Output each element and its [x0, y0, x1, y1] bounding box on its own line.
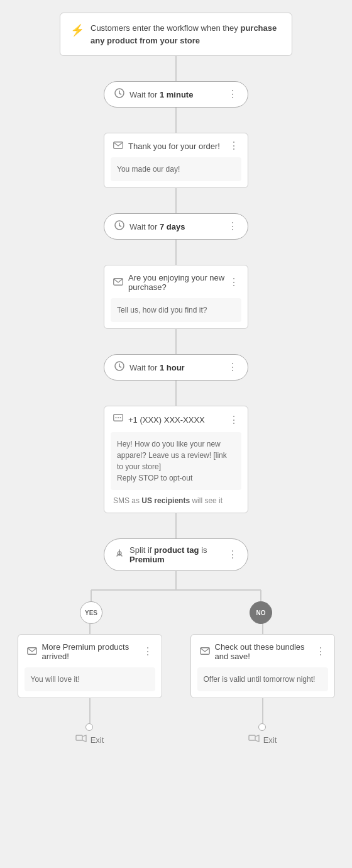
svg-point-7: [118, 417, 119, 418]
no-branch-col: Check out these bundles and save! ⋮ Offe…: [182, 621, 343, 745]
svg-point-8: [120, 417, 121, 418]
no-email-body: Offer is valid until tomorrow night!: [197, 667, 328, 691]
connector-2: [175, 188, 177, 213]
no-email-menu-button[interactable]: ⋮: [316, 647, 326, 657]
sms-menu-button[interactable]: ⋮: [229, 415, 239, 425]
yes-exit-circle: [85, 723, 93, 731]
no-exit-node: Exit: [248, 723, 277, 745]
email-2-menu-button[interactable]: ⋮: [229, 277, 239, 287]
split-step[interactable]: Split if product tag is Premium ⋮: [104, 538, 248, 571]
yes-email-menu-button[interactable]: ⋮: [143, 647, 153, 657]
wait-step-2[interactable]: Wait for 7 days ⋮: [104, 213, 248, 240]
svg-rect-17: [249, 735, 255, 740]
wait-label-2: Wait for 7 days: [129, 222, 185, 231]
yes-email-icon: [27, 647, 37, 657]
yes-exit-icon: [75, 735, 87, 745]
connector-4: [175, 329, 177, 354]
email-step-2[interactable]: Are you enjoying your new purchase? ⋮ Te…: [104, 265, 248, 329]
no-email-icon: [200, 647, 210, 657]
sms-icon: [113, 414, 123, 426]
no-connector-bottom: [262, 698, 263, 723]
connector-5: [175, 381, 177, 406]
yes-email-step[interactable]: More Premium products arrived! ⋮ You wil…: [18, 634, 162, 698]
yes-email-title: More Premium products arrived!: [42, 642, 143, 661]
split-label: Split if product tag is Premium: [129, 545, 228, 564]
sms-footer: SMS as US recipients will see it: [104, 496, 248, 513]
email-1-menu-button[interactable]: ⋮: [229, 141, 239, 151]
trigger-text: Customers enter the workflow when they p…: [91, 22, 282, 47]
branches-row: More Premium products arrived! ⋮ You wil…: [9, 621, 343, 745]
clock-icon-2: [114, 220, 124, 233]
workflow-canvas: ⚡ Customers enter the workflow when they…: [13, 13, 339, 745]
wait-2-menu-button[interactable]: ⋮: [228, 221, 238, 231]
no-email-step[interactable]: Check out these bundles and save! ⋮ Offe…: [190, 634, 335, 698]
split-icon: [114, 548, 124, 561]
split-menu-button[interactable]: ⋮: [228, 550, 238, 560]
no-email-title: Check out these bundles and save!: [215, 642, 316, 661]
branch-connector: YES NO: [19, 571, 333, 621]
sms-body: Hey! How do you like your new apparel? L…: [111, 432, 241, 490]
email-1-body: You made our day!: [111, 157, 241, 181]
wait-3-menu-button[interactable]: ⋮: [228, 362, 238, 372]
no-exit-circle: [258, 723, 266, 731]
email-1-title: Thank you for your order!: [128, 142, 220, 151]
yes-connector-bottom: [89, 698, 91, 723]
wait-step-1[interactable]: Wait for 1 minute ⋮: [104, 81, 248, 108]
connector-3: [175, 240, 177, 265]
email-step-1[interactable]: Thank you for your order! ⋮ You made our…: [104, 133, 248, 188]
wait-step-3[interactable]: Wait for 1 hour ⋮: [104, 354, 248, 381]
email-2-body: Tell us, how did you find it?: [111, 298, 241, 322]
branch-svg: [19, 571, 333, 621]
yes-branch-col: More Premium products arrived! ⋮ You wil…: [9, 621, 170, 745]
email-icon-1: [113, 141, 123, 151]
email-icon-2: [113, 277, 123, 287]
email-2-title: Are you enjoying your new purchase?: [128, 273, 229, 292]
sms-step[interactable]: +1 (XXX) XXX-XXXX ⋮ Hey! How do you like…: [104, 406, 248, 513]
yes-exit-label: Exit: [75, 735, 104, 745]
trigger-box[interactable]: ⚡ Customers enter the workflow when they…: [60, 13, 292, 56]
clock-icon-3: [114, 361, 124, 374]
no-badge: NO: [250, 601, 272, 624]
yes-exit-node: Exit: [75, 723, 104, 745]
sms-title: +1 (XXX) XXX-XXXX: [128, 415, 205, 425]
connector-0: [175, 56, 177, 81]
svg-rect-15: [76, 735, 82, 740]
clock-icon: [114, 88, 124, 101]
svg-point-6: [116, 417, 117, 418]
trigger-icon: ⚡: [70, 23, 84, 37]
yes-email-body: You will love it!: [25, 667, 155, 691]
wait-label-3: Wait for 1 hour: [129, 363, 185, 372]
connector-1: [175, 108, 177, 133]
connector-6: [175, 513, 177, 538]
no-exit-label: Exit: [248, 735, 277, 745]
no-exit-icon: [248, 735, 260, 745]
wait-label-1: Wait for 1 minute: [129, 90, 193, 99]
yes-badge: YES: [80, 601, 102, 624]
wait-1-menu-button[interactable]: ⋮: [228, 89, 238, 99]
